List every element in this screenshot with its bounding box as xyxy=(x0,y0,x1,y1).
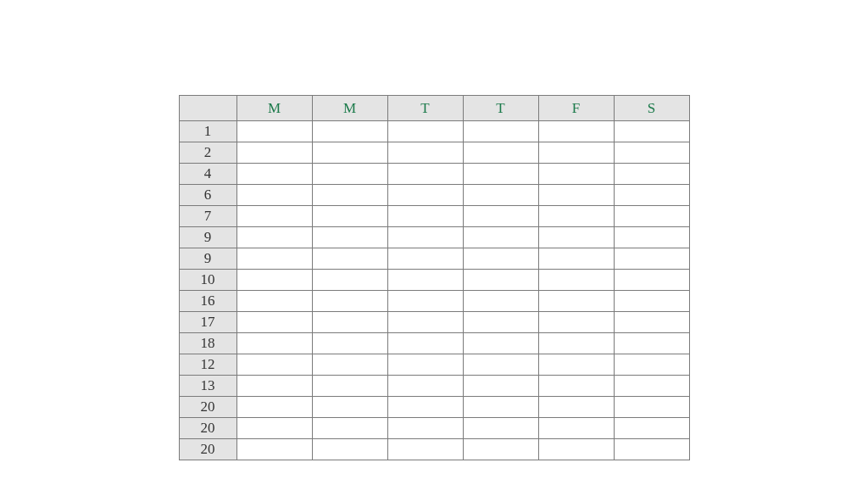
cell[interactable] xyxy=(236,312,312,333)
cell[interactable] xyxy=(614,333,689,354)
cell[interactable] xyxy=(463,354,538,376)
cell[interactable] xyxy=(463,312,538,333)
cell[interactable] xyxy=(236,164,312,185)
cell[interactable] xyxy=(387,121,463,142)
cell[interactable] xyxy=(387,248,463,270)
cell[interactable] xyxy=(463,439,538,460)
cell[interactable] xyxy=(614,121,689,142)
cell[interactable] xyxy=(387,227,463,248)
cell[interactable] xyxy=(387,206,463,227)
cell[interactable] xyxy=(312,248,387,270)
cell[interactable] xyxy=(236,142,312,164)
cell[interactable] xyxy=(463,121,538,142)
cell[interactable] xyxy=(538,376,614,397)
cell[interactable] xyxy=(387,418,463,439)
cell[interactable] xyxy=(463,142,538,164)
cell[interactable] xyxy=(538,185,614,206)
cell[interactable] xyxy=(312,418,387,439)
cell[interactable] xyxy=(538,121,614,142)
cell[interactable] xyxy=(312,227,387,248)
cell[interactable] xyxy=(312,142,387,164)
cell[interactable] xyxy=(236,248,312,270)
table-row: 17 xyxy=(179,312,689,333)
cell[interactable] xyxy=(312,439,387,460)
cell[interactable] xyxy=(463,164,538,185)
cell[interactable] xyxy=(538,227,614,248)
cell[interactable] xyxy=(538,418,614,439)
cell[interactable] xyxy=(538,291,614,312)
cell[interactable] xyxy=(387,376,463,397)
cell[interactable] xyxy=(236,227,312,248)
cell[interactable] xyxy=(538,333,614,354)
cell[interactable] xyxy=(614,248,689,270)
cell[interactable] xyxy=(387,354,463,376)
cell[interactable] xyxy=(312,121,387,142)
table-row: 20 xyxy=(179,418,689,439)
cell[interactable] xyxy=(387,312,463,333)
cell[interactable] xyxy=(387,270,463,291)
cell[interactable] xyxy=(614,439,689,460)
cell[interactable] xyxy=(538,248,614,270)
cell[interactable] xyxy=(463,376,538,397)
cell[interactable] xyxy=(236,121,312,142)
cell[interactable] xyxy=(236,291,312,312)
cell[interactable] xyxy=(614,312,689,333)
cell[interactable] xyxy=(538,312,614,333)
cell[interactable] xyxy=(236,376,312,397)
cell[interactable] xyxy=(614,142,689,164)
cell[interactable] xyxy=(312,206,387,227)
cell[interactable] xyxy=(236,397,312,418)
cell[interactable] xyxy=(387,397,463,418)
cell[interactable] xyxy=(312,397,387,418)
cell[interactable] xyxy=(463,333,538,354)
cell[interactable] xyxy=(387,291,463,312)
cell[interactable] xyxy=(463,270,538,291)
cell[interactable] xyxy=(312,270,387,291)
cell[interactable] xyxy=(387,185,463,206)
row-label: 2 xyxy=(179,142,236,164)
cell[interactable] xyxy=(538,397,614,418)
cell[interactable] xyxy=(312,376,387,397)
cell[interactable] xyxy=(236,354,312,376)
cell[interactable] xyxy=(538,439,614,460)
row-label: 17 xyxy=(179,312,236,333)
cell[interactable] xyxy=(538,206,614,227)
cell[interactable] xyxy=(538,270,614,291)
cell[interactable] xyxy=(387,164,463,185)
cell[interactable] xyxy=(463,248,538,270)
cell[interactable] xyxy=(387,142,463,164)
cell[interactable] xyxy=(538,142,614,164)
cell[interactable] xyxy=(312,164,387,185)
cell[interactable] xyxy=(614,291,689,312)
cell[interactable] xyxy=(463,418,538,439)
cell[interactable] xyxy=(312,354,387,376)
cell[interactable] xyxy=(614,270,689,291)
cell[interactable] xyxy=(463,206,538,227)
cell[interactable] xyxy=(236,206,312,227)
cell[interactable] xyxy=(236,439,312,460)
cell[interactable] xyxy=(236,185,312,206)
cell[interactable] xyxy=(538,164,614,185)
cell[interactable] xyxy=(236,333,312,354)
cell[interactable] xyxy=(236,270,312,291)
cell[interactable] xyxy=(614,185,689,206)
cell[interactable] xyxy=(614,354,689,376)
cell[interactable] xyxy=(312,185,387,206)
cell[interactable] xyxy=(614,227,689,248)
cell[interactable] xyxy=(312,291,387,312)
cell[interactable] xyxy=(614,418,689,439)
cell[interactable] xyxy=(387,333,463,354)
cell[interactable] xyxy=(614,376,689,397)
cell[interactable] xyxy=(463,397,538,418)
cell[interactable] xyxy=(387,439,463,460)
cell[interactable] xyxy=(236,418,312,439)
cell[interactable] xyxy=(463,291,538,312)
cell[interactable] xyxy=(312,312,387,333)
cell[interactable] xyxy=(463,185,538,206)
cell[interactable] xyxy=(312,333,387,354)
cell[interactable] xyxy=(614,164,689,185)
cell[interactable] xyxy=(538,354,614,376)
cell[interactable] xyxy=(463,227,538,248)
cell[interactable] xyxy=(614,397,689,418)
cell[interactable] xyxy=(614,206,689,227)
